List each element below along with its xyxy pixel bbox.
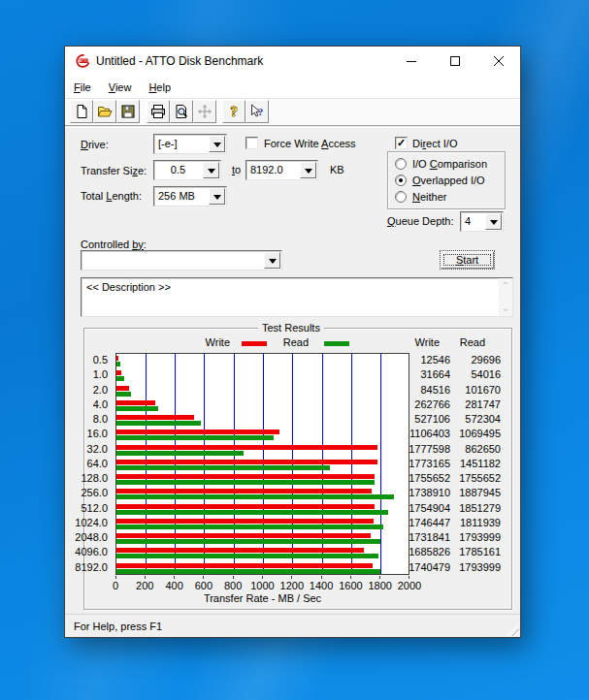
write-bar [116, 386, 129, 391]
x-tick-mark [233, 576, 234, 579]
print-button[interactable] [147, 100, 170, 123]
minimize-icon [407, 56, 416, 66]
queue-depth-combo[interactable]: 4 [460, 211, 504, 232]
read-bar [116, 435, 274, 440]
x-tick-mark [321, 576, 322, 579]
print-preview-button[interactable] [170, 100, 193, 123]
read-value: 29696 [471, 353, 501, 367]
read-bar [116, 376, 124, 381]
read-value: 1811939 [460, 516, 501, 530]
new-button[interactable] [70, 100, 93, 123]
title-bar[interactable]: ATTO Untitled - ATTO Disk Benchmark [65, 47, 520, 76]
chevron-down-icon [208, 169, 215, 177]
description-box[interactable]: << Description >> ⌃ ⌄ [81, 277, 513, 317]
drive-value: [-e-] [154, 135, 208, 153]
print-preview-icon [174, 104, 189, 119]
io-comparison-label: I/O Comparison [412, 158, 487, 170]
write-bar [116, 430, 279, 434]
read-value: 281747 [465, 398, 501, 412]
force-write-access-checkbox[interactable] [245, 137, 258, 149]
minimize-button[interactable] [389, 47, 433, 76]
transfer-size-from-combo[interactable]: 0.5 [153, 160, 221, 180]
y-axis-label: 128.0 [81, 471, 108, 486]
y-axis-label: 1024.0 [75, 516, 108, 530]
toolbar: ? ? [65, 98, 520, 126]
resize-grip-icon[interactable] [507, 623, 519, 636]
y-axis-label: 256.0 [81, 486, 108, 500]
context-help-button[interactable]: ? [245, 100, 269, 123]
read-bar [116, 525, 383, 529]
close-icon [494, 56, 504, 66]
queue-depth-label: Queue Depth: [387, 215, 454, 227]
y-axis-labels: 0.51.02.04.08.016.032.064.0128.0256.0512… [65, 353, 112, 575]
close-button[interactable] [476, 47, 520, 76]
read-value: 1793999 [459, 530, 501, 545]
total-length-combo[interactable]: 256 MB [153, 186, 227, 207]
status-bar: For Help, press F1 [65, 614, 520, 637]
open-button[interactable] [93, 100, 116, 123]
context-help-icon: ? [249, 104, 265, 119]
read-value: 862650 [465, 442, 501, 457]
menu-help[interactable]: Help [140, 78, 180, 97]
scroll-up-icon[interactable]: ⌃ [501, 281, 510, 291]
read-bar [116, 406, 158, 411]
new-file-icon [74, 104, 89, 119]
overlapped-io-radio[interactable] [395, 175, 407, 186]
save-floppy-icon [120, 104, 136, 119]
transfer-to-dropdown-button[interactable] [300, 162, 316, 178]
plot-area [115, 353, 409, 575]
transfer-size-to-combo[interactable]: 8192.0 [245, 160, 318, 180]
read-bar [116, 494, 394, 499]
read-bar [116, 465, 330, 470]
read-value: 1887945 [459, 486, 501, 500]
write-bar [116, 504, 375, 509]
force-write-access-label: Force Write Access [264, 138, 356, 149]
x-tick-mark [203, 576, 204, 579]
scroll-down-icon[interactable]: ⌄ [501, 303, 510, 313]
total-length-dropdown-button[interactable] [209, 188, 225, 205]
save-button[interactable] [116, 100, 140, 123]
total-length-value: 256 MB [154, 187, 208, 206]
menu-file[interactable]: File [65, 78, 100, 97]
y-axis-label: 2048.0 [75, 530, 108, 545]
controlled-by-combo[interactable] [81, 250, 282, 270]
transfer-from-dropdown-button[interactable] [203, 162, 219, 178]
chevron-down-icon [213, 195, 221, 204]
read-value: 1851279 [459, 501, 501, 516]
direct-io-label: Direct I/O [412, 138, 457, 149]
total-length-label: Total Length: [81, 190, 142, 202]
y-axis-label: 4.0 [93, 398, 108, 412]
maximize-button[interactable] [433, 47, 476, 76]
x-tick-mark [174, 576, 175, 579]
maximize-icon [450, 56, 460, 66]
y-axis-label: 64.0 [87, 457, 108, 471]
drive-label: Drive: [81, 139, 109, 150]
svg-text:?: ? [258, 106, 264, 117]
move-button[interactable] [193, 100, 216, 123]
read-bar [116, 362, 120, 366]
neither-radio[interactable] [395, 191, 407, 203]
x-tick-mark [350, 576, 351, 579]
write-bar [116, 548, 364, 553]
direct-io-checkbox[interactable]: ✓ [395, 137, 408, 149]
transfer-size-label: Transfer Size: [81, 165, 147, 176]
queue-depth-dropdown-button[interactable] [485, 213, 502, 230]
drive-dropdown-button[interactable] [209, 136, 225, 152]
read-bar [116, 451, 244, 456]
y-axis-label: 512.0 [81, 501, 108, 516]
read-value: 1755652 [459, 471, 501, 486]
x-tick-label: 2000 [390, 580, 429, 591]
write-bar [116, 415, 194, 420]
controlled-by-dropdown-button[interactable] [264, 252, 280, 269]
write-bar [116, 460, 377, 464]
legend-read-label: Read [270, 336, 309, 348]
io-comparison-radio[interactable] [395, 158, 407, 170]
menu-view[interactable]: View [100, 78, 141, 97]
help-button[interactable]: ? [222, 100, 245, 123]
description-scrollbar[interactable]: ⌃ ⌄ [499, 278, 512, 316]
read-bar [116, 480, 375, 485]
start-button[interactable]: Start [440, 250, 495, 270]
read-bar [116, 554, 378, 558]
drive-combo[interactable]: [-e-] [153, 134, 227, 154]
y-axis-label: 2.0 [93, 383, 108, 398]
